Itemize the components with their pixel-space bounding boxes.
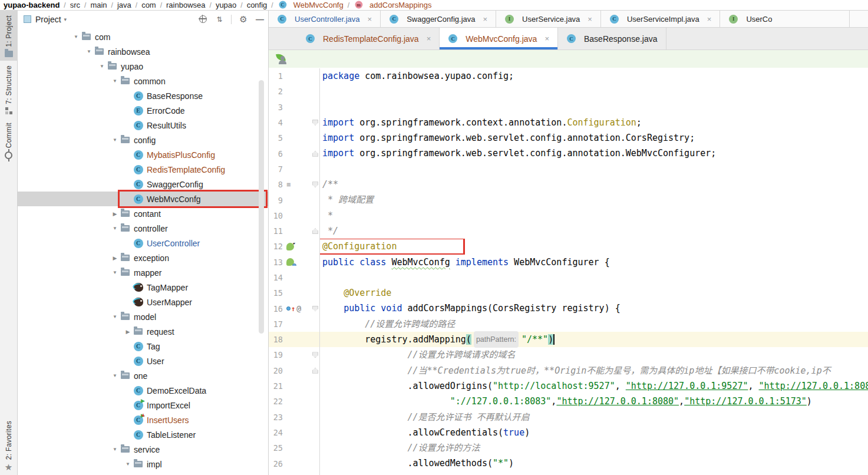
expand-arrow-icon[interactable]: ▶	[123, 329, 133, 335]
fold-marker-icon[interactable]	[312, 151, 318, 157]
fold-marker-icon[interactable]	[312, 228, 318, 234]
code-text[interactable]: /**	[320, 177, 868, 192]
collapse-all-icon[interactable]: ⇅	[214, 15, 224, 24]
editor-tab-baseresponse-java[interactable]: CBaseResponse.java	[558, 28, 666, 50]
expand-arrow-icon[interactable]: ▼	[110, 373, 120, 378]
project-title[interactable]: Project	[35, 15, 61, 24]
code-text[interactable]: registry.addMapping(pathPattern:"/**")	[320, 331, 868, 348]
breadcrumb-item[interactable]: CWebMvcConfg	[278, 0, 344, 9]
gutter[interactable]: 19	[269, 347, 319, 362]
code-line-7[interactable]: 7	[269, 161, 868, 177]
code-text[interactable]: //	[320, 471, 868, 475]
gutter[interactable]: 1	[269, 68, 319, 84]
code-text[interactable]: @Override	[320, 285, 868, 301]
fold-column[interactable]	[311, 368, 319, 374]
tree-row-mapper[interactable]: ▼mapper	[18, 265, 268, 280]
tree-row-rainbowsea[interactable]: ▼rainbowsea	[18, 44, 268, 59]
code-line-14[interactable]: 14	[269, 270, 868, 285]
code-text[interactable]: //设置允许跨域的路径	[320, 316, 868, 332]
breadcrumb-item[interactable]: main	[90, 1, 107, 9]
gutter[interactable]: 11	[269, 223, 319, 239]
sidebar-toolbutton-structure[interactable]: 7: Structure	[0, 61, 18, 118]
expand-arrow-icon[interactable]: ▼	[110, 226, 120, 231]
code-line-6[interactable]: 6import org.springframework.web.servlet.…	[269, 146, 868, 161]
tree-row-baseresponse[interactable]: CBaseResponse	[18, 88, 268, 103]
code-text[interactable]: //当**Credentials为true时，**Origin不能为星号，需为具…	[320, 363, 868, 378]
editor-tab-userserviceimpl-java[interactable]: CUserServiceImpl.java×	[601, 11, 720, 27]
breadcrumb-item[interactable]: rainbowsea	[166, 1, 206, 9]
expand-arrow-icon[interactable]: ▼	[123, 461, 133, 467]
gutter[interactable]: 16↑@	[269, 301, 319, 316]
gutter[interactable]: 4	[269, 115, 319, 130]
breadcrumb-item[interactable]: maddCorsMappings	[354, 0, 432, 9]
code-line-15[interactable]: 15 @Override	[269, 285, 868, 301]
tree-row-mybatisplusconfig[interactable]: CMybatisPlusConfig	[18, 147, 268, 162]
gutter[interactable]: 8≡	[269, 177, 319, 192]
tree-row-user[interactable]: CUser	[18, 354, 268, 368]
code-text[interactable]: import org.springframework.web.servlet.c…	[320, 130, 868, 146]
expand-arrow-icon[interactable]: ▼	[97, 64, 107, 69]
spring-bean-icon[interactable]: ✔	[286, 243, 294, 250]
code-line-12[interactable]: 12✔@Configuration	[269, 239, 868, 254]
breadcrumb-item[interactable]: config	[247, 1, 268, 9]
expand-arrow-icon[interactable]: ▶	[110, 255, 120, 261]
code-line-3[interactable]: 3	[269, 100, 868, 115]
expand-arrow-icon[interactable]: ▼	[110, 447, 120, 452]
gutter[interactable]: 14	[269, 270, 319, 285]
gutter[interactable]: 27	[269, 471, 319, 475]
code-line-8[interactable]: 8≡/**	[269, 177, 868, 192]
spring-bean-icon[interactable]	[286, 258, 294, 266]
gutter[interactable]: 24	[269, 425, 319, 440]
code-text[interactable]: package com.rainbowsea.yupao.config;	[320, 68, 868, 84]
gutter[interactable]: 21	[269, 378, 319, 394]
tree-row-service[interactable]: ▼service	[18, 442, 268, 457]
code-text[interactable]: "://127.0.0.1:8083","http://127.0.0.1:80…	[320, 394, 868, 409]
tree-row-resultutils[interactable]: CResultUtils	[18, 118, 268, 133]
code-editor[interactable]: 1package com.rainbowsea.yupao.config;234…	[269, 68, 868, 475]
tree-row-redistemplateconfig[interactable]: CRedisTemplateConfig	[18, 162, 268, 177]
gutter[interactable]: 13	[269, 255, 319, 270]
hide-panel-icon[interactable]: —	[255, 15, 265, 24]
tree-row-swaggerconfig[interactable]: CSwaggerConfig	[18, 177, 268, 192]
gutter[interactable]: 18	[269, 332, 319, 347]
expand-arrow-icon[interactable]: ▼	[110, 314, 120, 319]
tree-row-demoexceldata[interactable]: CDemoExcelData	[18, 383, 268, 398]
code-text[interactable]: //设置允许跨域请求的域名	[320, 347, 868, 362]
code-text[interactable]: * 跨域配置	[320, 192, 868, 207]
sidebar-toolbutton-commit[interactable]: Commit	[0, 118, 18, 163]
gutter[interactable]: 26	[269, 456, 319, 471]
fold-marker-icon[interactable]	[312, 368, 318, 374]
tree-scrollbar-thumb[interactable]	[259, 80, 264, 334]
code-line-2[interactable]: 2	[269, 84, 868, 99]
gutter[interactable]: 17	[269, 316, 319, 332]
code-text[interactable]: public void addCorsMappings(CorsRegistry…	[320, 301, 868, 316]
chevron-down-icon[interactable]: ▾	[64, 17, 67, 22]
breadcrumb-item[interactable]: yupao	[216, 1, 236, 9]
fold-marker-icon[interactable]	[312, 352, 318, 358]
code-text[interactable]: .allowedOrigins("http://localhost:9527",…	[320, 378, 868, 394]
editor-tab-userco[interactable]: IUserCo	[720, 11, 850, 27]
gutter[interactable]: 22	[269, 394, 319, 409]
expand-arrow-icon[interactable]: ▼	[110, 78, 120, 84]
tree-row-controller[interactable]: ▼controller	[18, 221, 268, 236]
fold-column[interactable]	[311, 151, 319, 157]
close-icon[interactable]: ×	[483, 15, 488, 24]
gutter[interactable]: 5	[269, 130, 319, 146]
code-text[interactable]: .allowCredentials(true)	[320, 425, 868, 440]
gutter[interactable]: 2	[269, 84, 319, 99]
expand-arrow-icon[interactable]: ▶	[110, 211, 120, 217]
fold-column[interactable]	[311, 306, 319, 312]
tree-row-exception[interactable]: ▶exception	[18, 250, 268, 265]
tree-row-importexcel[interactable]: C▶ImportExcel	[18, 398, 268, 413]
tree-row-one[interactable]: ▼one	[18, 368, 268, 383]
tree-row-tag[interactable]: CTag	[18, 339, 268, 354]
close-icon[interactable]: ×	[588, 15, 592, 24]
code-text[interactable]: */	[320, 223, 868, 239]
tree-row-model[interactable]: ▼model	[18, 309, 268, 324]
tree-row-config[interactable]: ▼config	[18, 133, 268, 147]
overrides-method-icon[interactable]: ↑	[286, 305, 295, 313]
tree-row-usermapper[interactable]: UserMapper	[18, 295, 268, 309]
tree-row-tablelistener[interactable]: CTableListener	[18, 427, 268, 442]
gutter[interactable]: 12✔	[269, 239, 319, 254]
tree-row-com[interactable]: ▼com	[18, 29, 268, 44]
